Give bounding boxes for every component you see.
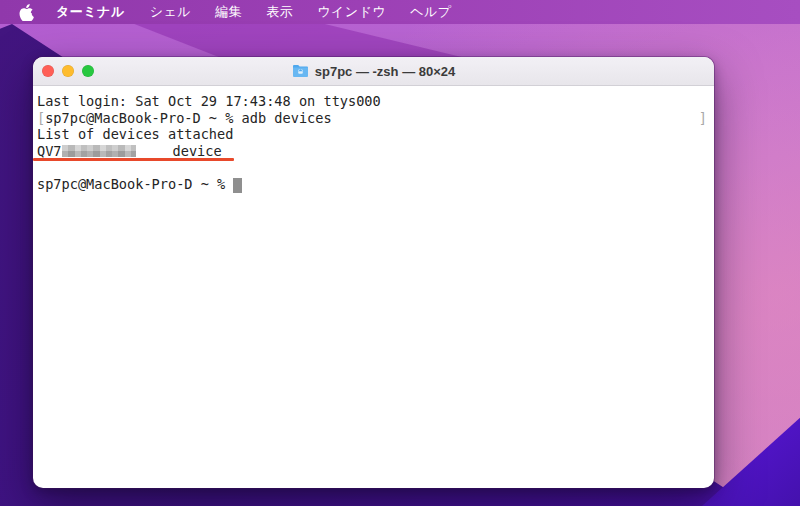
terminal-line-device-entry: QV7device	[37, 143, 710, 160]
shell-prompt: sp7pc@MacBook-Pro-D ~ %	[37, 176, 233, 192]
menu-item-edit[interactable]: 編集	[203, 0, 254, 24]
redacted-serial-pixelation	[62, 145, 136, 157]
terminal-output[interactable]: Last login: Sat Oct 29 17:43:48 on ttys0…	[33, 86, 714, 192]
window-title: sp7pc — -zsh — 80×24	[315, 64, 456, 79]
terminal-line-blank	[37, 159, 710, 176]
command-mark-open: [	[37, 110, 45, 126]
traffic-lights	[42, 65, 94, 77]
terminal-cursor	[233, 178, 242, 193]
menu-item-help[interactable]: ヘルプ	[398, 0, 463, 24]
terminal-line-command: [sp7pc@MacBook-Pro-D ~ % adb devices]	[37, 110, 710, 127]
terminal-line-last-login: Last login: Sat Oct 29 17:43:48 on ttys0…	[37, 93, 710, 110]
apple-menu-icon[interactable]	[19, 4, 34, 20]
menu-item-shell[interactable]: シェル	[138, 0, 203, 24]
command-mark-close: ]	[699, 110, 707, 127]
menu-bar: ターミナル シェル 編集 表示 ウインドウ ヘルプ	[0, 0, 800, 24]
folder-icon	[292, 64, 309, 78]
terminal-line-prompt: sp7pc@MacBook-Pro-D ~ %	[37, 176, 710, 193]
device-status: device	[173, 143, 222, 159]
menu-item-window[interactable]: ウインドウ	[305, 0, 398, 24]
terminal-line-devices-header: List of devices attached	[37, 126, 710, 143]
zoom-button[interactable]	[82, 65, 94, 77]
window-title-area: sp7pc — -zsh — 80×24	[33, 64, 714, 79]
close-button[interactable]	[42, 65, 54, 77]
terminal-window: sp7pc — -zsh — 80×24 Last login: Sat Oct…	[33, 57, 714, 488]
menu-item-terminal[interactable]: ターミナル	[50, 0, 138, 24]
device-serial-prefix: QV7	[37, 143, 62, 159]
command-text: sp7pc@MacBook-Pro-D ~ % adb devices	[45, 110, 331, 126]
window-titlebar[interactable]: sp7pc — -zsh — 80×24	[33, 57, 714, 86]
minimize-button[interactable]	[62, 65, 74, 77]
menu-item-view[interactable]: 表示	[254, 0, 305, 24]
